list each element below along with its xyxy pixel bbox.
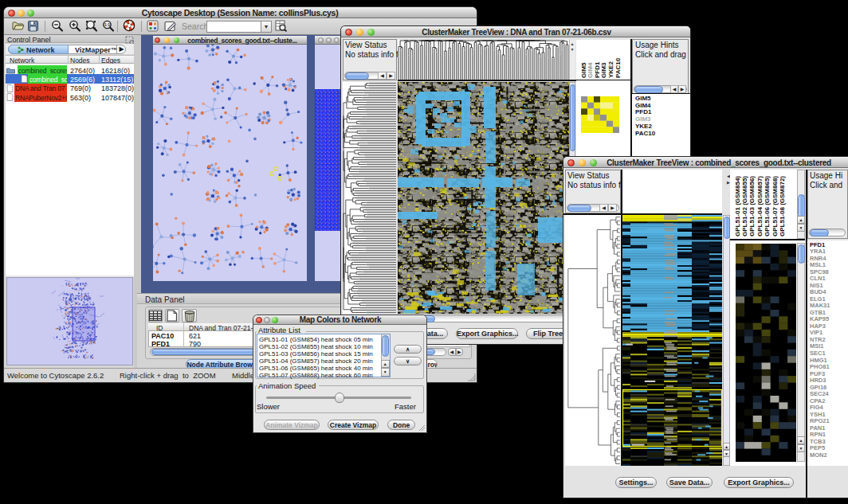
svg-text:1:1: 1:1	[104, 22, 110, 27]
